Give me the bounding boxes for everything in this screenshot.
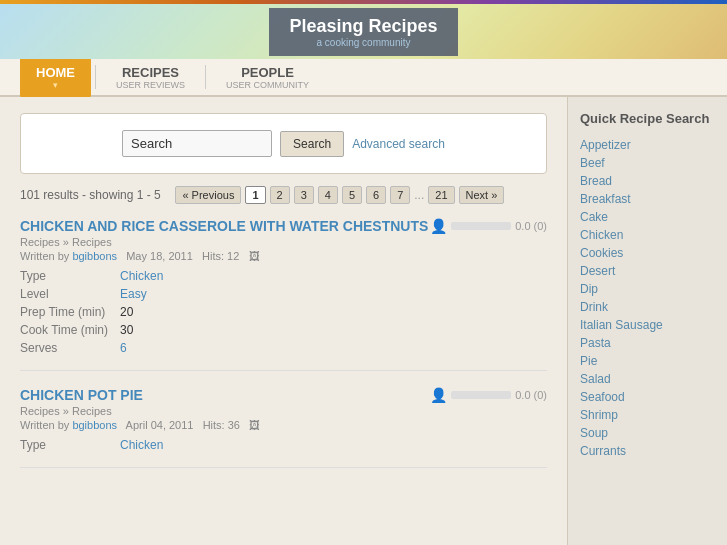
sidebar-link-cake[interactable]: Cake xyxy=(580,208,715,226)
prep-value-1: 20 xyxy=(120,304,547,320)
person-icon-2: 👤 xyxy=(430,387,447,403)
main-layout: Search Advanced search 101 results - sho… xyxy=(0,97,727,545)
prep-label-1: Prep Time (min) xyxy=(20,304,120,320)
recipe-item-1: CHICKEN AND RICE CASSEROLE WITH WATER CH… xyxy=(20,218,547,371)
sidebar-link-breakfast[interactable]: Breakfast xyxy=(580,190,715,208)
nav-people-label: PEOPLE xyxy=(241,65,294,80)
sidebar-link-bread[interactable]: Bread xyxy=(580,172,715,190)
serves-value-1[interactable]: 6 xyxy=(120,340,547,356)
search-button[interactable]: Search xyxy=(280,131,344,157)
page-6-button[interactable]: 6 xyxy=(366,186,386,204)
nav-people-sub: USER COMMUNITY xyxy=(226,80,309,90)
recipe-header-1: CHICKEN AND RICE CASSEROLE WITH WATER CH… xyxy=(20,218,547,234)
recipe-rating-1: 👤 0.0 (0) xyxy=(430,218,547,234)
sidebar-link-salad[interactable]: Salad xyxy=(580,370,715,388)
banner: Pleasing Recipes a cooking community xyxy=(0,4,727,59)
page-dots: ... xyxy=(414,188,424,202)
author-link-1[interactable]: bgibbons xyxy=(72,250,117,262)
rating-bar-2 xyxy=(451,391,511,399)
type-label-1: Type xyxy=(20,268,120,284)
advanced-search-link[interactable]: Advanced search xyxy=(352,137,445,151)
page-5-button[interactable]: 5 xyxy=(342,186,362,204)
search-area: Search Advanced search xyxy=(20,113,547,174)
sidebar-link-appetizer[interactable]: Appetizer xyxy=(580,136,715,154)
sidebar-link-seafood[interactable]: Seafood xyxy=(580,388,715,406)
recipe-date-2: April 04, 2011 xyxy=(126,419,194,431)
sidebar-link-drink[interactable]: Drink xyxy=(580,298,715,316)
nav-recipes-label: RECIPES xyxy=(122,65,179,80)
recipe-item-2: CHICKEN POT PIE 👤 0.0 (0) Recipes » Reci… xyxy=(20,387,547,468)
recipe-meta-1: Written by bgibbons May 18, 2011 Hits: 1… xyxy=(20,250,547,262)
sidebar-link-italian-sausage[interactable]: Italian Sausage xyxy=(580,316,715,334)
sidebar-links: AppetizerBeefBreadBreakfastCakeChickenCo… xyxy=(580,136,715,460)
nav-people[interactable]: PEOPLE USER COMMUNITY xyxy=(210,57,325,98)
nav-recipes-sub: USER REVIEWS xyxy=(116,80,185,90)
recipe-title-2[interactable]: CHICKEN POT PIE xyxy=(20,387,143,403)
search-input[interactable] xyxy=(122,130,272,157)
pagination-row: 101 results - showing 1 - 5 « Previous 1… xyxy=(20,186,547,204)
navigation: HOME ▾ RECIPES USER REVIEWS PEOPLE USER … xyxy=(0,59,727,97)
recipe-details-2: Type Chicken xyxy=(20,437,547,453)
recipe-hits-1: 12 xyxy=(227,250,239,262)
nav-home[interactable]: HOME ▾ xyxy=(20,57,91,98)
level-label-1: Level xyxy=(20,286,120,302)
nav-home-label: HOME xyxy=(36,65,75,80)
nav-divider-2 xyxy=(205,65,206,89)
type-value-2[interactable]: Chicken xyxy=(120,437,547,453)
author-link-2[interactable]: bgibbons xyxy=(72,419,117,431)
sidebar-link-desert[interactable]: Desert xyxy=(580,262,715,280)
sidebar-link-pasta[interactable]: Pasta xyxy=(580,334,715,352)
sidebar-link-chicken[interactable]: Chicken xyxy=(580,226,715,244)
cook-label-1: Cook Time (min) xyxy=(20,322,120,338)
nav-divider-1 xyxy=(95,65,96,89)
prev-button[interactable]: « Previous xyxy=(175,186,241,204)
recipe-title-1[interactable]: CHICKEN AND RICE CASSEROLE WITH WATER CH… xyxy=(20,218,428,234)
nav-recipes[interactable]: RECIPES USER REVIEWS xyxy=(100,57,201,98)
sidebar: Quick Recipe Search AppetizerBeefBreadBr… xyxy=(567,97,727,545)
breadcrumb-1: Recipes » Recipes xyxy=(20,236,547,248)
sidebar-link-currants[interactable]: Currants xyxy=(580,442,715,460)
site-title: Pleasing Recipes xyxy=(289,16,437,37)
recipe-details-1: Type Chicken Level Easy Prep Time (min) … xyxy=(20,268,547,356)
page-2-button[interactable]: 2 xyxy=(270,186,290,204)
results-count: 101 results - showing 1 - 5 xyxy=(20,188,161,202)
sidebar-title: Quick Recipe Search xyxy=(580,111,715,126)
rating-bar-1 xyxy=(451,222,511,230)
rating-text-2: 0.0 (0) xyxy=(515,389,547,401)
recipe-date-1: May 18, 2011 xyxy=(126,250,193,262)
breadcrumb-2: Recipes » Recipes xyxy=(20,405,547,417)
level-value-1[interactable]: Easy xyxy=(120,286,547,302)
page-4-button[interactable]: 4 xyxy=(318,186,338,204)
site-title-box: Pleasing Recipes a cooking community xyxy=(269,8,457,56)
next-button[interactable]: Next » xyxy=(459,186,505,204)
type-label-2: Type xyxy=(20,437,120,453)
sidebar-link-pie[interactable]: Pie xyxy=(580,352,715,370)
recipe-meta-2: Written by bgibbons April 04, 2011 Hits:… xyxy=(20,419,547,431)
person-icon-1: 👤 xyxy=(430,218,447,234)
page-1-button[interactable]: 1 xyxy=(245,186,265,204)
content-area: Search Advanced search 101 results - sho… xyxy=(0,97,567,545)
page-21-button[interactable]: 21 xyxy=(428,186,454,204)
serves-label-1: Serves xyxy=(20,340,120,356)
page-7-button[interactable]: 7 xyxy=(390,186,410,204)
recipe-header-2: CHICKEN POT PIE 👤 0.0 (0) xyxy=(20,387,547,403)
sidebar-link-shrimp[interactable]: Shrimp xyxy=(580,406,715,424)
recipe-hits-2: 36 xyxy=(228,419,240,431)
cook-value-1: 30 xyxy=(120,322,547,338)
recipe-rating-2: 👤 0.0 (0) xyxy=(430,387,547,403)
rating-text-1: 0.0 (0) xyxy=(515,220,547,232)
type-value-1[interactable]: Chicken xyxy=(120,268,547,284)
sidebar-link-soup[interactable]: Soup xyxy=(580,424,715,442)
sidebar-link-beef[interactable]: Beef xyxy=(580,154,715,172)
site-subtitle: a cooking community xyxy=(289,37,437,48)
page-3-button[interactable]: 3 xyxy=(294,186,314,204)
nav-home-sub: ▾ xyxy=(53,80,58,90)
sidebar-link-cookies[interactable]: Cookies xyxy=(580,244,715,262)
sidebar-link-dip[interactable]: Dip xyxy=(580,280,715,298)
